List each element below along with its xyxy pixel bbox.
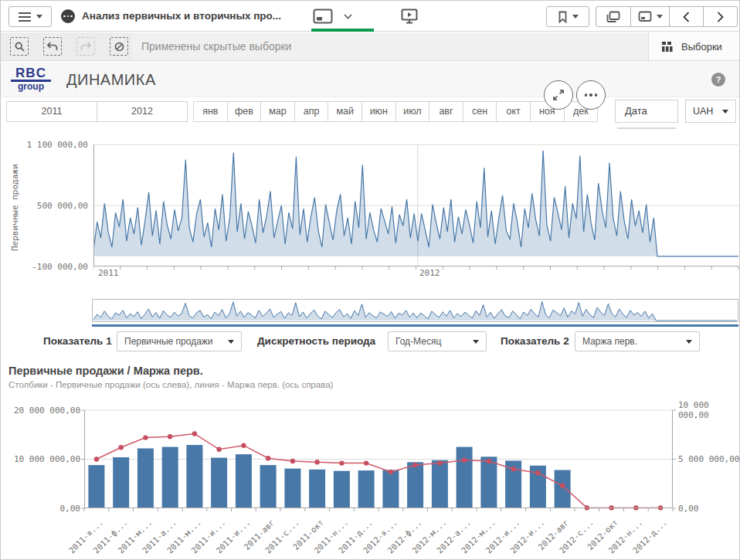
bar-2012-я...[interactable]: [382, 470, 399, 509]
indicator1-dropdown[interactable]: Первичные продажи: [117, 331, 242, 351]
next-sheet-button[interactable]: [704, 6, 738, 27]
month-filter-фев[interactable]: фев: [227, 101, 262, 122]
help-icon[interactable]: ?: [711, 73, 725, 87]
chevron-down-icon: [473, 340, 479, 344]
chart-scrollbar[interactable]: [92, 324, 738, 327]
line-point-2011-и...[interactable]: [216, 447, 221, 452]
line-point-2012-а...[interactable]: [462, 458, 467, 463]
main-ytick-bottom: -100 000,00: [15, 262, 88, 272]
bar-2011-н...[interactable]: [334, 471, 350, 508]
bar-2012-м...[interactable]: [432, 460, 448, 508]
month-filter-авг[interactable]: авг: [429, 101, 463, 122]
bar-2011-окт[interactable]: [309, 470, 325, 508]
year-filter-2012[interactable]: 2012: [97, 101, 188, 122]
combo-chart-title: Первичные продажи / Маржа перв.: [8, 365, 203, 377]
chevron-down-icon: [686, 340, 692, 344]
line-point-2011-ф...[interactable]: [118, 445, 123, 450]
bar-2011-с...[interactable]: [284, 469, 300, 508]
period-label: Дискретность периода: [257, 331, 375, 351]
bookmark-icon: [558, 11, 568, 23]
bar-2011-а...[interactable]: [162, 447, 178, 508]
sheet-view-dropdown-button[interactable]: [631, 6, 670, 27]
bar-2011-м...[interactable]: [186, 445, 202, 508]
hidden-selections-message: Применены скрытые выборки: [141, 32, 291, 60]
search-icon: [15, 42, 25, 52]
bookmarks-button[interactable]: [546, 6, 589, 27]
indicator2-dropdown[interactable]: Маржа перв.: [575, 331, 700, 351]
overlapping-sheets-icon: [606, 11, 620, 23]
month-filter-июн[interactable]: июн: [362, 101, 396, 122]
line-point-2011-с...[interactable]: [290, 459, 295, 463]
chevron-down-icon: [344, 14, 352, 19]
page-title: ДИНАМИКА: [66, 62, 156, 97]
bar-2012-м...[interactable]: [480, 456, 497, 508]
month-filter-сен[interactable]: сен: [463, 101, 497, 122]
year-filter-2011[interactable]: 2011: [6, 101, 97, 122]
bar-2012-ф...[interactable]: [407, 462, 423, 508]
line-point-2012-м...[interactable]: [487, 459, 491, 463]
line-point-2012-и...[interactable]: [535, 470, 540, 475]
date-filter-underline: [617, 124, 676, 129]
indicator2-value: Маржа перв.: [582, 336, 637, 347]
month-filter-янв[interactable]: янв: [193, 101, 228, 122]
line-point-2011-н...[interactable]: [339, 460, 344, 465]
main-chart-svg[interactable]: [93, 144, 740, 273]
previous-sheet-button[interactable]: [670, 6, 704, 27]
currency-dropdown[interactable]: UAH: [685, 100, 736, 123]
line-point-2011-окт[interactable]: [314, 460, 319, 464]
main-ytick-top: 1 100 000,00: [15, 140, 88, 150]
more-options-button[interactable]: [576, 80, 606, 110]
combo-chart-svg[interactable]: 2011-я...2011-ф...2011-м...2011-а...2011…: [1, 399, 740, 560]
line-point-2012-я...[interactable]: [389, 470, 393, 474]
clear-selections-button[interactable]: [110, 37, 128, 56]
chart-range-navigator[interactable]: [92, 299, 738, 322]
line-point-2012-м...[interactable]: [437, 460, 442, 465]
line-point-2011-я...[interactable]: [94, 456, 99, 461]
line-point-2011-д...[interactable]: [364, 460, 368, 465]
selections-panel-button[interactable]: Выборки: [648, 32, 739, 60]
month-filter-окт[interactable]: окт: [496, 101, 531, 122]
sheet-selector[interactable]: [313, 8, 375, 25]
expand-arrows-icon: [552, 89, 565, 101]
line-point-2012-и...[interactable]: [511, 467, 515, 471]
selections-label: Выборки: [681, 41, 722, 53]
indicator1-label: Показатель 1: [43, 331, 112, 351]
logo-text-rbc: RBC: [11, 66, 51, 82]
line-point-2012-авг[interactable]: [560, 484, 565, 488]
app-options-icon[interactable]: [61, 9, 75, 23]
line-point-2011-и...[interactable]: [241, 443, 246, 448]
line-point-2011-авг[interactable]: [266, 456, 270, 460]
bar-2011-я...[interactable]: [88, 465, 104, 508]
fullscreen-button[interactable]: [544, 80, 573, 110]
bar-2011-и...[interactable]: [211, 458, 227, 508]
bar-2011-м...[interactable]: [137, 449, 154, 509]
ellipsis-icon: [585, 93, 598, 97]
month-filter-мар[interactable]: мар: [260, 101, 295, 122]
month-filter-май[interactable]: май: [328, 101, 362, 122]
bar-2011-д...[interactable]: [358, 470, 375, 508]
step-back-button[interactable]: [43, 37, 62, 56]
date-filter-input[interactable]: Дата: [615, 100, 678, 123]
indicator1-value: Первичные продажи: [124, 336, 213, 347]
sheets-overview-button[interactable]: [596, 6, 631, 27]
line-point-2011-а...[interactable]: [168, 434, 172, 439]
bar-2011-авг[interactable]: [260, 465, 277, 508]
rbc-group-logo: RBC group: [11, 66, 51, 92]
bar-2012-авг[interactable]: [555, 470, 571, 509]
chevron-left-icon: [683, 12, 690, 22]
bar-2012-а...[interactable]: [457, 447, 473, 508]
line-point-2011-м...[interactable]: [192, 431, 197, 436]
line-point-2011-м...[interactable]: [143, 435, 148, 440]
bar-2011-и...[interactable]: [236, 454, 252, 508]
global-menu-button[interactable]: [8, 6, 52, 27]
month-filter-июл[interactable]: июл: [395, 101, 430, 122]
presentation-mode-icon[interactable]: [401, 8, 418, 24]
bar-2011-ф...[interactable]: [113, 457, 129, 508]
step-forward-button[interactable]: [76, 37, 95, 56]
month-filter-апр[interactable]: апр: [294, 101, 329, 122]
sheet-icon: [313, 8, 333, 24]
smart-search-button[interactable]: [10, 37, 29, 56]
app-title: Анализ первичных и вторичных про...: [82, 1, 281, 32]
line-point-2012-ф...[interactable]: [412, 463, 417, 467]
period-dropdown[interactable]: Год-Месяц: [388, 331, 487, 351]
